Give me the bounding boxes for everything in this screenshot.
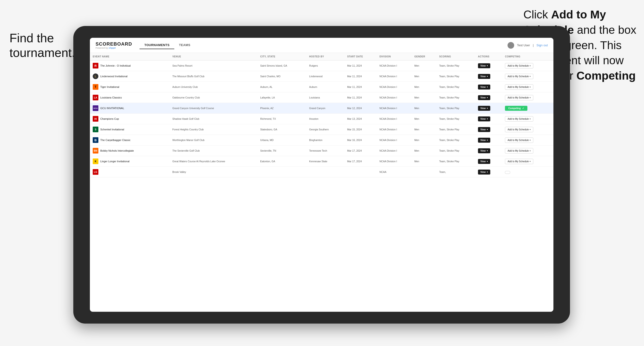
table-row: B The Carpetbagger Classic Worthington M… xyxy=(90,135,554,146)
col-venue: VENUE xyxy=(170,53,257,60)
add-to-schedule-button[interactable]: Add to My Schedule + xyxy=(505,95,533,100)
competing-button[interactable]: Competing ✓ xyxy=(505,106,527,111)
start-date-cell: Mar 11, 2024 xyxy=(344,60,377,71)
event-name-text: Schenkel Invitational xyxy=(100,128,124,131)
add-to-schedule-button[interactable]: Add to My Schedule + xyxy=(505,74,533,79)
view-button[interactable]: View ● xyxy=(478,95,490,100)
start-date-cell: Mar 12, 2024 xyxy=(344,103,377,114)
add-to-schedule-button[interactable]: Add to My Schedule + xyxy=(505,138,533,143)
event-name-cell: LG xyxy=(90,167,170,177)
actions-cell: View ● xyxy=(475,156,502,167)
venue-cell: Grand Canyon University Golf Course xyxy=(170,103,257,114)
hosted-by-cell: Lindenwood xyxy=(306,71,344,82)
add-to-schedule-button[interactable]: Add to My Schedule + xyxy=(505,159,533,164)
table-container: EVENT NAME VENUE CITY, STATE HOSTED BY S… xyxy=(90,53,554,312)
sign-out-link[interactable]: Sign out xyxy=(536,43,548,47)
view-button[interactable]: View ● xyxy=(478,106,490,111)
division-cell: NCAA Division I xyxy=(377,124,412,135)
scoring-cell: Team, Stroke Play xyxy=(436,92,475,103)
view-button[interactable]: View ● xyxy=(478,159,490,164)
view-button[interactable]: View ● xyxy=(478,127,490,132)
event-name-cell: T Tiger Invitational xyxy=(90,82,170,92)
competing-cell: Add to My Schedule + xyxy=(502,92,554,103)
division-cell: NCAA Division I xyxy=(377,114,412,124)
table-row: GCU GCU INVITATIONAL Grand Canyon Univer… xyxy=(90,103,554,114)
venue-cell: The Missouri Bluffs Golf Club xyxy=(170,71,257,82)
gender-cell: Men xyxy=(412,156,436,167)
scoring-cell: Team, Stroke Play xyxy=(436,82,475,92)
tab-tournaments[interactable]: TOURNAMENTS xyxy=(140,41,174,49)
city-state-cell: Lafayette, LA xyxy=(257,92,306,103)
competing-cell: Add to My Schedule + xyxy=(502,71,554,82)
hosted-by-cell: Louisiana xyxy=(306,92,344,103)
view-button[interactable]: View ● xyxy=(478,148,490,153)
hosted-by-cell: Binghamton xyxy=(306,135,344,146)
team-logo: LG xyxy=(93,169,98,175)
table-row: R The Johnnie - O Individual Sea Palms R… xyxy=(90,60,554,71)
event-name-text: Louisiana Classics xyxy=(100,96,122,99)
add-to-schedule-button[interactable]: Add to My Schedule + xyxy=(505,63,533,68)
add-to-schedule-button[interactable]: Add to My Schedule + xyxy=(505,84,533,90)
view-button[interactable]: View ● xyxy=(478,74,490,79)
table-row: H Champions Cup Shadow Hawk Golf ClubRic… xyxy=(90,114,554,124)
add-to-schedule-button[interactable]: Add to My Schedule + xyxy=(505,116,533,122)
city-state-cell: Saint Charles, MO xyxy=(257,71,306,82)
view-button[interactable]: View ● xyxy=(478,170,490,174)
nav-separator: | xyxy=(533,43,534,47)
view-button[interactable]: View ● xyxy=(478,138,490,143)
hosted-by-cell: Houston xyxy=(306,114,344,124)
event-name-text: Linger Longer Invitational xyxy=(100,160,130,163)
tab-teams[interactable]: TEAMS xyxy=(174,41,195,49)
city-state-cell: Urbana, MD xyxy=(257,135,306,146)
city-state-cell: Richmond, TX xyxy=(257,114,306,124)
venue-cell: Auburn University Club xyxy=(170,82,257,92)
view-button[interactable]: View ● xyxy=(478,63,490,68)
event-name-text: The Carpetbagger Classic xyxy=(100,139,130,142)
view-button[interactable]: View ● xyxy=(478,85,490,90)
gender-cell: Men xyxy=(412,60,436,71)
competing-cell: Add to My Schedule + xyxy=(502,124,554,135)
event-name-cell: GCU GCU INVITATIONAL xyxy=(90,103,170,114)
annotation-left: Find the tournament. xyxy=(10,31,76,60)
start-date-cell xyxy=(344,167,377,177)
add-to-schedule-button[interactable] xyxy=(505,171,510,174)
start-date-cell: Mar 17, 2024 xyxy=(344,146,377,156)
table-row: BN Bobby Nichols Intercollegiate The Sev… xyxy=(90,146,554,156)
start-date-cell: Mar 17, 2024 xyxy=(344,156,377,167)
view-button[interactable]: View ● xyxy=(478,116,490,121)
col-event-name: EVENT NAME xyxy=(90,53,170,60)
scoring-cell: Team, Stroke Play xyxy=(436,124,475,135)
gender-cell: Men xyxy=(412,124,436,135)
competing-cell: Add to My Schedule + xyxy=(502,135,554,146)
start-date-cell: Mar 13, 2024 xyxy=(344,114,377,124)
venue-cell: Forest Heights Country Club xyxy=(170,124,257,135)
event-name-cell: H Champions Cup xyxy=(90,114,170,124)
event-name-cell: K Linger Longer Invitational xyxy=(90,156,170,167)
division-cell: NCAA Division I xyxy=(377,71,412,82)
gender-cell: Men xyxy=(412,92,436,103)
team-logo: L xyxy=(93,73,98,79)
actions-cell: View ● xyxy=(475,60,502,71)
tablet-frame: SCOREBOARD Powered by clippd TOURNAMENTS… xyxy=(73,26,570,324)
city-state-cell: Sevierville, TN xyxy=(257,146,306,156)
event-name-text: Champions Cup xyxy=(100,117,119,120)
venue-cell: Brook Valley xyxy=(170,167,257,177)
add-to-schedule-button[interactable]: Add to My Schedule + xyxy=(505,148,533,154)
team-logo: S xyxy=(93,127,98,132)
actions-cell: View ● xyxy=(475,146,502,156)
city-state-cell: Saint Simons Island, GA xyxy=(257,60,306,71)
competing-cell: Add to My Schedule + xyxy=(502,82,554,92)
scoring-cell: Team, Stroke Play xyxy=(436,103,475,114)
event-name-cell: L Lindenwood Invitational xyxy=(90,71,170,82)
competing-cell: Add to My Schedule + xyxy=(502,146,554,156)
city-state-cell: Eatonton, GA xyxy=(257,156,306,167)
hosted-by-cell: Grand Canyon xyxy=(306,103,344,114)
city-state-cell: Statesboro, GA xyxy=(257,124,306,135)
actions-cell: View ● xyxy=(475,167,502,177)
scoring-cell: Team, Stroke Play xyxy=(436,135,475,146)
table-body: R The Johnnie - O Individual Sea Palms R… xyxy=(90,60,554,177)
tablet-screen: SCOREBOARD Powered by clippd TOURNAMENTS… xyxy=(90,38,554,312)
scoring-cell: Team, xyxy=(436,167,475,177)
team-logo: K xyxy=(93,159,98,164)
add-to-schedule-button[interactable]: Add to My Schedule + xyxy=(505,127,533,132)
